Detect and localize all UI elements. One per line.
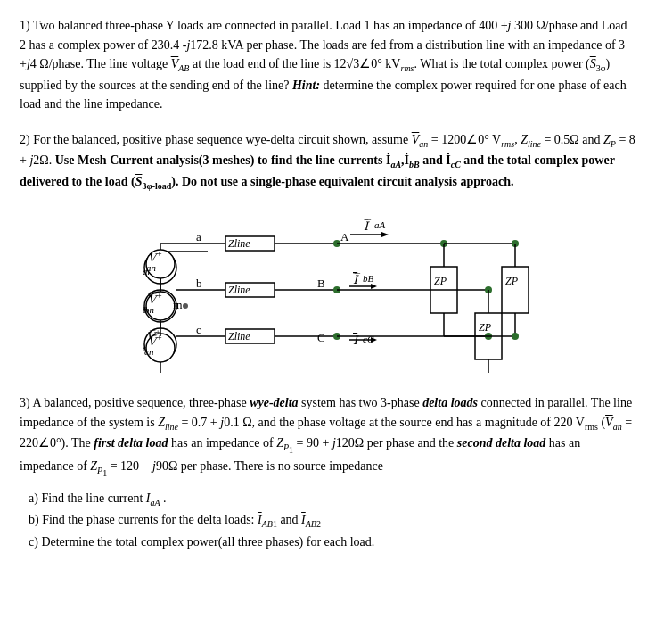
problem-1-content: Two balanced three-phase Y loads are con… — [20, 19, 627, 111]
svg-point-70 — [512, 333, 519, 340]
circuit-diagram: .wire { stroke: #000; stroke-width: 1.5;… — [20, 203, 636, 377]
svg-text:cn: cn — [144, 346, 154, 357]
svg-text:a: a — [196, 230, 201, 244]
problem-2: 2) For the balanced, positive phase sequ… — [20, 130, 636, 377]
problem-3-part-b: b) Find the phase currents for the delta… — [29, 509, 636, 532]
svg-text:+: + — [157, 249, 162, 259]
problem-3-number: 3) — [20, 396, 32, 409]
problem-1-number: 1) — [20, 19, 33, 32]
svg-text:Zline: Zline — [228, 284, 250, 296]
svg-text:C: C — [317, 331, 325, 344]
problem-3-parts: a) Find the line current IaA . b) Find t… — [29, 488, 636, 553]
svg-text:A: A — [340, 230, 349, 244]
svg-text:+: + — [157, 291, 162, 301]
problem-2-content: For the balanced, positive phase sequenc… — [20, 133, 636, 188]
svg-marker-47 — [371, 337, 377, 343]
problem-2-number: 2) — [20, 133, 33, 146]
svg-text:I̅: I̅ — [353, 273, 361, 286]
svg-text:Zline: Zline — [228, 330, 250, 343]
svg-text:ZP: ZP — [434, 275, 447, 287]
svg-text:b: b — [196, 277, 202, 290]
svg-text:ZP: ZP — [479, 321, 492, 334]
svg-text:B: B — [317, 277, 325, 290]
svg-text:c: c — [196, 323, 201, 336]
svg-text:bn: bn — [144, 304, 155, 315]
problem-3-part-a: a) Find the line current IaA . — [29, 488, 636, 510]
circuit-svg: .wire { stroke: #000; stroke-width: 1.5;… — [123, 203, 533, 377]
problem-3-content: A balanced, positive sequence, three-pha… — [20, 396, 632, 473]
svg-text:n: n — [173, 298, 179, 311]
problem-1-text: 1) Two balanced three-phase Y loads are … — [20, 16, 636, 114]
svg-point-96 — [183, 303, 188, 309]
svg-rect-66 — [502, 267, 529, 313]
svg-text:an: an — [146, 262, 157, 273]
svg-text:ZP: ZP — [505, 275, 519, 287]
svg-text:I̅: I̅ — [364, 219, 372, 233]
problem-3: 3) A balanced, positive sequence, three-… — [20, 393, 636, 553]
problem-1: 1) Two balanced three-phase Y loads are … — [20, 16, 636, 114]
svg-text:aA: aA — [374, 219, 386, 230]
svg-text:Zline: Zline — [228, 237, 250, 250]
svg-text:bB: bB — [363, 273, 374, 284]
svg-marker-27 — [381, 232, 389, 237]
svg-marker-37 — [371, 284, 377, 289]
problem-2-text: 2) For the balanced, positive phase sequ… — [20, 130, 636, 193]
problem-3-part-c: c) Determine the total complex power(all… — [29, 532, 636, 553]
problem-3-text: 3) A balanced, positive sequence, three-… — [20, 393, 636, 481]
svg-text:+: + — [157, 333, 162, 343]
